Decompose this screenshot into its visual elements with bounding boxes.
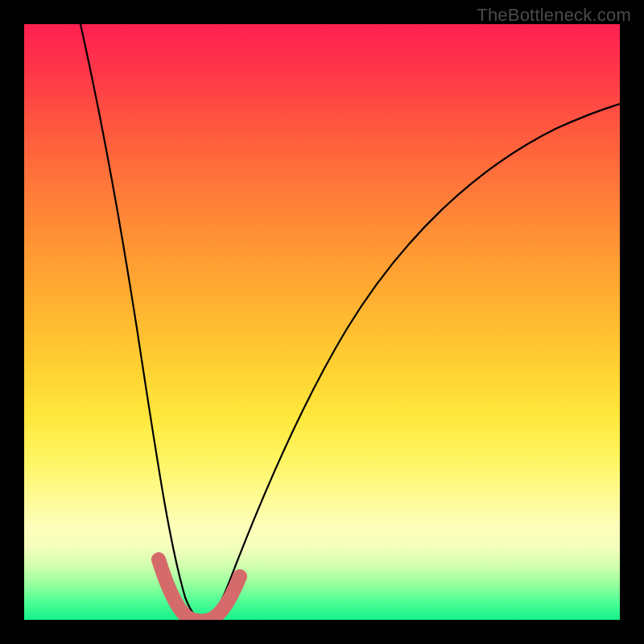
bottleneck-curve-left [69, 24, 203, 620]
bottleneck-curve-right [203, 103, 620, 620]
plot-area [24, 24, 620, 620]
watermark-text: TheBottleneck.com [477, 5, 631, 26]
chart-container: TheBottleneck.com [0, 0, 644, 644]
curve-layer [24, 24, 620, 620]
optimal-zone-highlight [159, 559, 240, 620]
